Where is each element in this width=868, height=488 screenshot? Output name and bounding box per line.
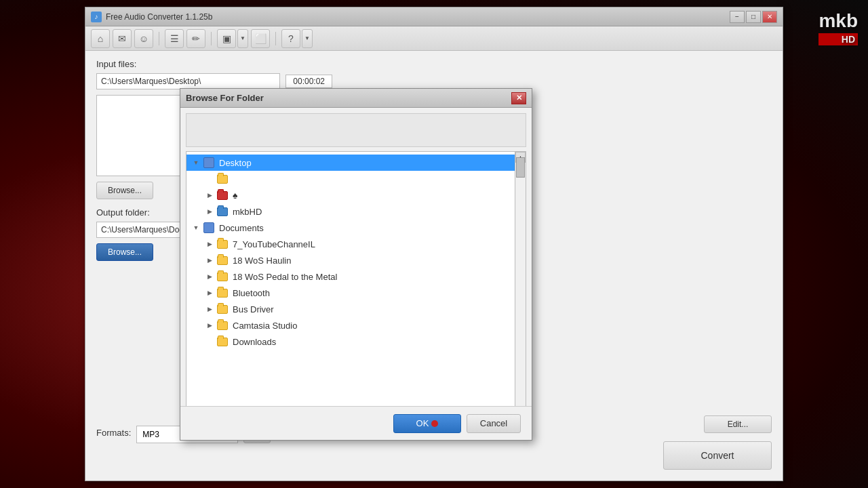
ok-red-dot: [431, 420, 438, 427]
dialog-ok-button[interactable]: OK: [393, 414, 461, 433]
wos-haulin-expand-arrow[interactable]: [205, 256, 214, 264]
camtasia-expand-arrow[interactable]: [205, 321, 214, 329]
dialog-footer: OK Cancel: [180, 406, 532, 440]
desktop-folder: [203, 157, 214, 168]
wos-haulin-folder-icon: [216, 256, 229, 265]
documents-expand-arrow[interactable]: [192, 224, 200, 232]
dialog-body: Desktop: [180, 108, 532, 406]
dialog-close-button[interactable]: ✕: [511, 92, 526, 104]
cancel-label: Cancel: [480, 418, 507, 428]
spade-label: ♠: [233, 190, 237, 201]
browse-folder-dialog: Browse For Folder ✕ Desktop: [180, 88, 532, 441]
bluetooth-label: Bluetooth: [233, 288, 270, 298]
dialog-overlay: Browse For Folder ✕ Desktop: [0, 0, 868, 488]
tree-item-desktop[interactable]: Desktop: [186, 155, 515, 171]
mkbhd-expand-arrow[interactable]: [205, 207, 214, 216]
bluetooth-folder-icon: [216, 288, 229, 298]
camtasia-folder: [217, 321, 228, 330]
mkbhd-folder: [217, 207, 228, 216]
downloads-label: Downloads: [233, 337, 276, 347]
dialog-header-area: [186, 113, 526, 147]
spade-folder-icon: [216, 190, 229, 200]
unnamed-folder-icon: [216, 174, 229, 184]
tree-item-downloads[interactable]: Downloads: [186, 333, 515, 350]
spade-folder: [217, 191, 228, 200]
documents-folder: [203, 222, 214, 233]
bluetooth-folder: [217, 289, 228, 298]
tree-item-youtube[interactable]: 7_YouTubeChanneIL: [186, 236, 515, 252]
wos-pedal-expand-arrow[interactable]: [205, 272, 214, 281]
documents-label: Documents: [219, 223, 264, 233]
tree-item-unnamed[interactable]: [186, 171, 515, 187]
tree-item-documents[interactable]: Documents: [186, 220, 515, 236]
tree-item-mkbhd[interactable]: mkbHD: [186, 203, 515, 220]
tree-item-wos-haulin[interactable]: 18 WoS Haulin: [186, 252, 515, 268]
youtube-folder-icon: [216, 239, 229, 249]
documents-folder-icon: [203, 223, 215, 232]
folder-tree: Desktop: [186, 151, 526, 406]
tree-item-camtasia[interactable]: Camtasia Studio: [186, 317, 515, 333]
mkbhd-label: mkbHD: [233, 207, 262, 217]
busdriver-label: Bus Driver: [233, 304, 274, 314]
youtube-expand-arrow[interactable]: [205, 240, 214, 248]
dialog-cancel-button[interactable]: Cancel: [467, 414, 521, 433]
desktop-label: Desktop: [219, 158, 252, 168]
tree-item-wos-pedal[interactable]: 18 WoS Pedal to the Metal: [186, 268, 515, 285]
dialog-title: Browse For Folder: [186, 93, 511, 103]
desktop-expand-arrow[interactable]: [192, 159, 200, 167]
ok-label: OK: [416, 418, 429, 428]
downloads-folder: [217, 338, 228, 346]
scrollbar-thumb[interactable]: [516, 157, 525, 178]
wos-pedal-folder: [217, 272, 228, 281]
wos-pedal-folder-icon: [216, 272, 229, 281]
wos-haulin-folder: [217, 256, 228, 265]
mkbhd-folder-icon: [216, 207, 229, 216]
youtube-folder: [217, 240, 228, 249]
downloads-folder-icon: [216, 337, 229, 346]
camtasia-folder-icon: [216, 321, 229, 330]
camtasia-label: Camtasia Studio: [233, 321, 297, 331]
spade-expand-arrow[interactable]: [205, 191, 214, 199]
unnamed-folder: [217, 175, 228, 184]
tree-item-bluetooth[interactable]: Bluetooth: [186, 285, 515, 301]
busdriver-folder: [217, 305, 228, 314]
tree-scrollbar[interactable]: ▲ ▼: [515, 152, 526, 406]
desktop-folder-icon: [203, 158, 215, 167]
tree-list: Desktop: [186, 152, 515, 352]
wos-haulin-label: 18 WoS Haulin: [233, 256, 291, 266]
tree-item-spade[interactable]: ♠: [186, 187, 515, 203]
busdriver-folder-icon: [216, 304, 229, 314]
busdriver-expand-arrow[interactable]: [205, 305, 214, 313]
dialog-title-bar: Browse For Folder ✕: [180, 89, 532, 108]
tree-item-busdriver[interactable]: Bus Driver: [186, 301, 515, 317]
wos-pedal-label: 18 WoS Pedal to the Metal: [233, 272, 337, 282]
youtube-label: 7_YouTubeChanneIL: [233, 239, 315, 249]
bluetooth-expand-arrow[interactable]: [205, 289, 214, 297]
